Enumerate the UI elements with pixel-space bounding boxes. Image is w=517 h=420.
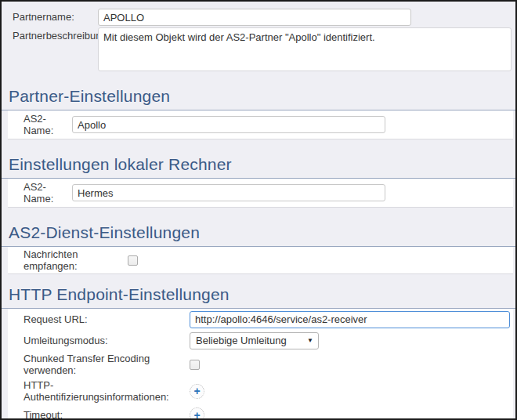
section-title-http: HTTP Endpoint-Einstellungen <box>2 285 515 309</box>
partner-description-textarea[interactable]: Mit diesem Objekt wird der AS2-Partner "… <box>98 27 512 71</box>
local-as2-name-input[interactable] <box>72 184 385 201</box>
http-auth-label: HTTP-Authentifizierungsinformationen: <box>8 379 190 403</box>
as2-partner-settings-page: Partnername: Partnerbeschreibung: Mit di… <box>0 0 517 420</box>
add-timeout-button[interactable]: + <box>190 407 204 420</box>
http-settings-table: Request URL: Umleitungsmodus: Beliebige … <box>8 309 513 420</box>
timeout-label: Timeout: <box>8 409 190 420</box>
receive-messages-label: Nachrichten empfangen: <box>8 248 128 272</box>
redirect-mode-row: Umleitungsmodus: Beliebige Umleitung ▼ <box>8 330 513 351</box>
chunked-encoding-checkbox[interactable] <box>190 360 200 370</box>
local-as2-name-row: AS2-Name: <box>8 179 513 207</box>
section-title-service: AS2-Dienst-Einstellungen <box>2 223 515 247</box>
http-auth-row: HTTP-Authentifizierungsinformationen: + <box>8 378 513 404</box>
plus-icon: + <box>193 409 200 420</box>
redirect-mode-selected-value: Beliebige Umleitung <box>196 335 287 346</box>
receive-messages-checkbox[interactable] <box>128 255 138 266</box>
section-title-partner: Partner-Einstellungen <box>2 87 515 110</box>
section-title-local: Einstellungen lokaler Rechner <box>2 155 515 179</box>
request-url-input[interactable] <box>190 311 510 328</box>
local-as2-name-label: AS2-Name: <box>8 181 72 205</box>
chunked-encoding-label: Chunked Transfer Encoding verwenden: <box>8 353 190 376</box>
partner-as2-name-input[interactable] <box>72 116 385 133</box>
partner-description-label: Partnerbeschreibung: <box>2 27 98 42</box>
add-http-auth-button[interactable]: + <box>190 384 204 399</box>
partner-as2-name-label: AS2-Name: <box>8 113 72 136</box>
plus-icon: + <box>193 385 200 397</box>
service-settings-table: Nachrichten empfangen: <box>8 247 513 274</box>
redirect-mode-label: Umleitungsmodus: <box>8 335 190 346</box>
partner-name-input[interactable] <box>98 9 411 26</box>
partner-name-row: Partnername: <box>2 9 515 26</box>
receive-messages-row: Nachrichten empfangen: <box>8 247 513 273</box>
partner-as2-name-row: AS2-Name: <box>8 110 513 139</box>
request-url-label: Request URL: <box>8 313 190 325</box>
chevron-down-icon: ▼ <box>307 337 313 344</box>
partner-identity-table: Partnername: Partnerbeschreibung: Mit di… <box>2 2 515 71</box>
chunked-encoding-row: Chunked Transfer Encoding verwenden: <box>8 351 513 378</box>
timeout-row: Timeout: + <box>8 404 513 420</box>
redirect-mode-select[interactable]: Beliebige Umleitung ▼ <box>190 332 319 349</box>
partner-description-row: Partnerbeschreibung: Mit diesem Objekt w… <box>2 27 515 71</box>
local-settings-table: AS2-Name: <box>8 179 513 208</box>
request-url-row: Request URL: <box>8 309 513 330</box>
partner-settings-table: AS2-Name: <box>8 110 513 139</box>
partner-name-label: Partnername: <box>2 9 98 23</box>
